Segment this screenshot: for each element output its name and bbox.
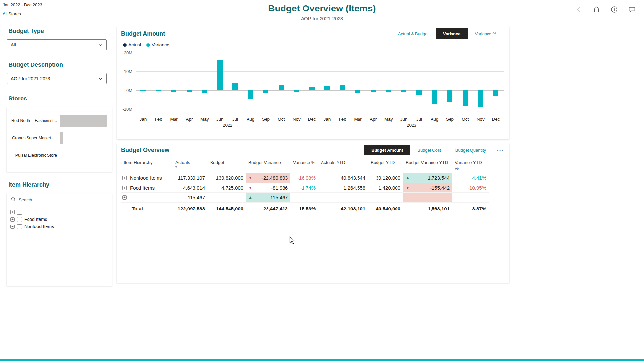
variance-bar[interactable] bbox=[156, 90, 161, 91]
actuals-cell: 117,339,107 bbox=[173, 173, 208, 183]
value: -155,442 bbox=[430, 185, 450, 190]
gridline bbox=[136, 109, 504, 109]
variance-bar[interactable] bbox=[294, 90, 299, 92]
variance-bar[interactable] bbox=[478, 90, 483, 107]
budget-ytd-cell: 40,540,000 bbox=[368, 203, 403, 215]
table-tab-budget-amount[interactable]: Budget Amount bbox=[364, 145, 410, 155]
budget-description-dropdown[interactable]: AOP for 2021-2023 bbox=[7, 73, 107, 84]
column-header-budget-variance[interactable]: Budget Variance bbox=[246, 159, 290, 173]
budget-variance-ytd-cell: ▲1,723,544 bbox=[403, 173, 452, 183]
variance-bar[interactable] bbox=[248, 90, 253, 99]
chart-bar-column bbox=[151, 53, 166, 109]
store-bar bbox=[60, 132, 63, 144]
budget-type-dropdown[interactable]: All bbox=[7, 39, 107, 50]
variance-bar[interactable] bbox=[416, 90, 422, 95]
store-label: Pulsar Electronic Store bbox=[7, 153, 60, 158]
chart-plot bbox=[136, 53, 504, 109]
legend-label: Actual bbox=[128, 42, 141, 47]
column-header-variance[interactable]: Variance % bbox=[290, 159, 318, 173]
month-label: Aug bbox=[243, 117, 258, 122]
variance-bar[interactable] bbox=[309, 87, 315, 90]
actuals-cell: 4,643,014 bbox=[173, 183, 208, 193]
variance-bar[interactable] bbox=[432, 90, 437, 104]
item-hierarchy-cell: Total bbox=[121, 203, 173, 215]
y-axis-label: 0M bbox=[126, 88, 132, 93]
budget-variance-ytd-cell bbox=[403, 193, 452, 203]
variance-bar[interactable] bbox=[171, 90, 176, 92]
expand-icon[interactable]: + bbox=[122, 195, 127, 200]
triangle-up-icon: ▲ bbox=[248, 195, 252, 199]
variance-bar[interactable] bbox=[324, 86, 330, 90]
store-row[interactable]: Red North – Fashion st... bbox=[7, 112, 109, 129]
month-label: Nov bbox=[473, 117, 488, 122]
expand-icon[interactable]: + bbox=[122, 186, 127, 190]
checkbox[interactable] bbox=[17, 210, 22, 215]
variance-bar[interactable] bbox=[401, 90, 406, 92]
variance-bar[interactable] bbox=[232, 83, 238, 90]
variance-bar[interactable] bbox=[140, 90, 146, 91]
search-input[interactable] bbox=[19, 197, 107, 202]
variance-bar[interactable] bbox=[202, 90, 207, 93]
legend-label: Variance bbox=[152, 42, 169, 47]
expand-icon[interactable]: + bbox=[10, 225, 15, 229]
variance-bar[interactable] bbox=[263, 90, 268, 93]
table-tabs: Budget AmountBudget CostBudget Quantity bbox=[364, 145, 493, 155]
store-row[interactable]: Pulsar Electronic Store bbox=[7, 147, 109, 164]
chart-card-header: Budget Amount Actual & BudgetVarianceVar… bbox=[121, 27, 504, 39]
chart-bar-column bbox=[427, 53, 442, 109]
expand-icon[interactable]: + bbox=[10, 217, 15, 222]
stores-card: Red North – Fashion st...Cronus Super Ma… bbox=[7, 107, 112, 172]
column-header-budget[interactable]: Budget bbox=[208, 159, 246, 173]
expand-icon[interactable]: + bbox=[122, 176, 127, 180]
column-header-variance-ytd[interactable]: Variance YTD % bbox=[452, 159, 489, 173]
month-label: Jul bbox=[228, 117, 243, 122]
variance-bar[interactable] bbox=[386, 90, 391, 92]
info-icon[interactable] bbox=[610, 5, 618, 14]
month-label: Jan bbox=[320, 117, 335, 122]
chart-tab-variance[interactable]: Variance bbox=[436, 28, 468, 39]
variance-bar[interactable] bbox=[279, 85, 284, 90]
table-tab-budget-cost[interactable]: Budget Cost bbox=[410, 145, 448, 155]
table-card-header: Budget Overview Budget AmountBudget Cost… bbox=[121, 144, 504, 155]
variance-bar[interactable] bbox=[187, 90, 192, 92]
column-header-budget-variance-ytd[interactable]: Budget Variance YTD bbox=[403, 159, 452, 173]
store-row[interactable]: Cronus Super Market -... bbox=[7, 129, 109, 147]
month-label: Feb bbox=[335, 117, 350, 122]
variance-bar[interactable] bbox=[340, 85, 345, 90]
column-header-item-hierarchy[interactable]: Item Hierarchy bbox=[121, 159, 173, 173]
variance-bar[interactable] bbox=[493, 90, 498, 96]
table-tab-budget-quantity[interactable]: Budget Quantity bbox=[448, 145, 493, 155]
variance-bar[interactable] bbox=[217, 60, 223, 90]
month-label: Jan bbox=[136, 117, 151, 122]
variance-bar[interactable] bbox=[463, 90, 468, 106]
budget-type-group: Budget Type All bbox=[7, 28, 112, 50]
column-header-label: Actuals YTD bbox=[321, 160, 365, 166]
month-label: Mar bbox=[166, 117, 182, 122]
chart-bar-column bbox=[350, 53, 366, 109]
column-header-actuals[interactable]: Actuals▾ bbox=[173, 159, 208, 173]
column-header-budget-ytd[interactable]: Budget YTD bbox=[368, 159, 403, 173]
budget-description-group: Budget Description AOP for 2021-2023 bbox=[7, 62, 112, 84]
item-hierarchy-title: Item Hierarchy bbox=[9, 181, 112, 188]
month-label: Jul bbox=[412, 117, 427, 122]
checkbox[interactable] bbox=[17, 217, 22, 222]
month-label: May bbox=[197, 117, 212, 122]
nav-icons bbox=[575, 5, 636, 14]
chart-tab-actual-budget[interactable]: Actual & Budget bbox=[391, 28, 436, 39]
variance-bar[interactable] bbox=[355, 90, 360, 93]
comments-icon[interactable] bbox=[628, 5, 636, 14]
back-icon[interactable] bbox=[575, 5, 583, 14]
tree-item: +Nonfood Items bbox=[10, 223, 108, 230]
variance-bar[interactable] bbox=[371, 90, 376, 92]
expand-icon[interactable]: + bbox=[10, 210, 15, 214]
chart-tab-variance[interactable]: Variance % bbox=[468, 28, 504, 39]
chart-bar-column bbox=[320, 53, 335, 109]
column-header-actuals-ytd[interactable]: Actuals YTD bbox=[318, 159, 368, 173]
month-label: Oct bbox=[273, 117, 289, 122]
variance-bar[interactable] bbox=[447, 90, 452, 102]
checkbox[interactable] bbox=[17, 224, 22, 229]
chart-bar-column bbox=[243, 53, 258, 109]
more-options-icon[interactable]: ··· bbox=[497, 147, 504, 153]
home-icon[interactable] bbox=[592, 5, 601, 14]
chart-bar-column bbox=[396, 53, 412, 109]
